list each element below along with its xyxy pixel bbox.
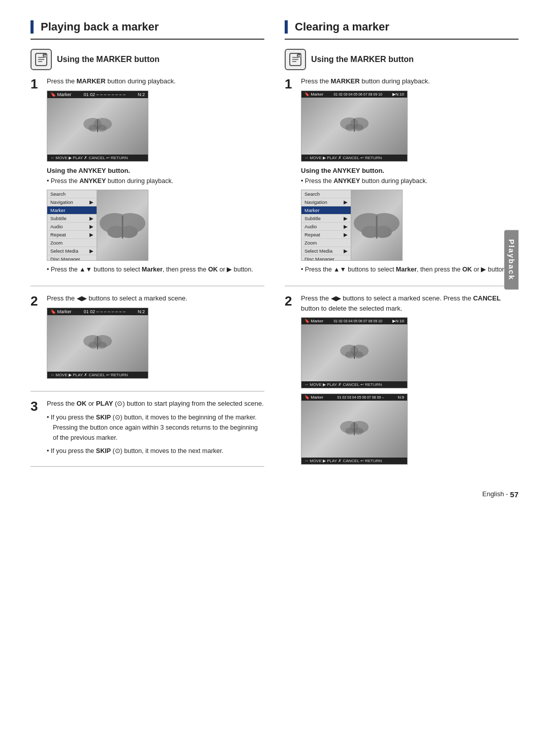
left-step2-number: 2 [30, 294, 42, 308]
right-screen2b-bar-right: N:9 [398, 395, 404, 400]
left-step3-number: 3 [30, 400, 42, 413]
left-menu-repeat: Repeat ▶ [47, 231, 97, 239]
left-step1-content: Press the MARKER button during playback.… [47, 76, 264, 279]
right-subsection-header: m Using the MARKER button [285, 49, 518, 70]
right-menu-audio: Audio ▶ [301, 223, 351, 231]
right-marker-icon: m [285, 49, 306, 70]
left-title-text: Playing back a marker [41, 20, 159, 34]
right-step2-number: 2 [285, 294, 296, 308]
left-screen1-bar-mid: 01 02 – – – – – – – – [83, 92, 126, 97]
right-screen1-bar: 🔖 Marker 01 02 03 04 05 06 07 08 09 10 ▶… [301, 91, 407, 98]
left-screen1-bar-left: 🔖 Marker [50, 92, 72, 97]
left-menu-panel: Search Navigation ▶ Marker Subtitle ▶ Au… [47, 190, 97, 260]
right-menu-selectmedia: Select Media ▶ [301, 247, 351, 255]
left-step1-number: 1 [30, 77, 42, 90]
right-screen2b-bar: 🔖 Marker 01 02 03 04 05 06 07 08 09 – N:… [301, 394, 407, 401]
blue-bar-right [285, 20, 288, 34]
left-anykey-label: Using the ANYKEY button. [47, 167, 264, 174]
left-menu-marker: Marker [47, 206, 97, 215]
right-press-arrows-text: • Press the ▲▼ buttons to select Marker,… [301, 265, 518, 275]
left-screen2: 🔖 Marker 01 02 – – – – – – – – N:2 [47, 308, 148, 379]
right-screen2b-bottom-text: ↔ MOVE ▶ PLAY ✗ CANCEL ↩ RETURN [304, 459, 382, 463]
right-menu-marker: Marker [301, 206, 351, 215]
left-step3-bullet2: • If you press the SKIP (⊙) button, it m… [47, 446, 264, 456]
left-step1-text: Press the MARKER button during playback. [47, 76, 264, 86]
left-menu-navigation: Navigation ▶ [47, 198, 97, 206]
left-step3-bullet1: • If you press the SKIP (⊙) button, it m… [47, 412, 264, 443]
right-screen1-bar-mid: 01 02 03 04 05 06 07 08 09 10 [333, 93, 382, 96]
left-screen2-bar-left: 🔖 Marker [50, 309, 72, 314]
left-screen1: 🔖 Marker 01 02 – – – – – – – – N:2 [47, 90, 148, 162]
left-screen2-bar: 🔖 Marker 01 02 – – – – – – – – N:2 [47, 308, 148, 315]
left-title-divider [30, 39, 264, 40]
right-menu-right-content [351, 190, 402, 260]
left-screen2-bar-mid: 01 02 – – – – – – – – [83, 309, 126, 314]
right-title-divider [285, 39, 518, 40]
right-screen2a-bottom: ↔ MOVE ▶ PLAY ✗ CANCEL ↩ RETURN [301, 381, 407, 388]
left-screen2-bottom: ↔ MOVE ▶ PLAY ✗ CANCEL ↩ RETURN [47, 372, 148, 378]
right-screen2a-bar-mid: 01 02 03 04 05 06 07 08 09 10 [333, 319, 382, 323]
right-anykey-label: Using the ANYKEY button. [301, 167, 518, 174]
left-screen1-content [47, 98, 148, 155]
left-screen2-content [47, 315, 148, 372]
left-step3-text: Press the OK or PLAY (⊙) button to start… [47, 399, 264, 409]
right-step2: 2 Press the ◀▶ buttons to select a marke… [285, 293, 518, 470]
left-section-title: Playing back a marker [30, 20, 264, 36]
blue-bar-left [30, 20, 34, 34]
left-anykey-bullet: • Press the ANYKEY button during playbac… [47, 176, 264, 186]
right-menu-navigation: Navigation ▶ [301, 198, 351, 206]
right-screen2a-bottom-text: ↔ MOVE ▶ PLAY ✗ CANCEL ↩ RETURN [304, 382, 382, 387]
right-menu-discmanager: Disc Manager [301, 255, 351, 261]
left-column: Playing back a marker m Using the MARKER… [30, 20, 264, 475]
left-press-arrows-text: • Press the ▲▼ buttons to select Marker,… [47, 265, 264, 275]
right-menu-panel: Search Navigation ▶ Marker Subtitle ▶ Au… [301, 190, 351, 260]
side-tab: Playback [504, 230, 518, 289]
right-screen2a-bar-left: 🔖 Marker [304, 319, 323, 323]
right-column: Clearing a marker m Using the MARKER but… [285, 20, 518, 475]
right-screen1: 🔖 Marker 01 02 03 04 05 06 07 08 09 10 ▶… [301, 90, 408, 162]
left-step2: 2 Press the ◀▶ buttons to select a marke… [30, 293, 264, 384]
left-step2-content: Press the ◀▶ buttons to select a marked … [47, 293, 264, 384]
left-menu-right-content [97, 190, 148, 260]
left-divider1 [30, 286, 264, 286]
left-step3-content: Press the OK or PLAY (⊙) button to start… [47, 399, 264, 460]
right-subsection-title: Using the MARKER button [311, 55, 414, 64]
left-menu-subtitle: Subtitle ▶ [47, 215, 97, 223]
right-screen2a: 🔖 Marker 01 02 03 04 05 06 07 08 09 10 ▶… [301, 317, 408, 388]
left-menu-discmanager: Disc Manager [47, 255, 97, 261]
right-screen1-bottom-text: ↔ MOVE ▶ PLAY ✗ CANCEL ↩ RETURN [304, 156, 382, 160]
left-menu-zoom: Zoom [47, 239, 97, 247]
left-marker-icon: m [30, 49, 52, 70]
right-screen2b-bar-mid: 01 02 03 04 05 06 07 08 09 – [338, 396, 384, 399]
left-menu-img: Search Navigation ▶ Marker Subtitle ▶ Au… [47, 190, 148, 261]
right-menu-subtitle: Subtitle ▶ [301, 215, 351, 223]
page-layout: Playing back a marker m Using the MARKER… [30, 20, 518, 475]
right-step1: 1 Press the MARKER button during playbac… [285, 76, 518, 279]
right-screen2a-content [301, 324, 407, 381]
right-step2-content: Press the ◀▶ buttons to select a marked … [301, 293, 518, 470]
right-menu-repeat: Repeat ▶ [301, 231, 351, 239]
svg-text:m: m [44, 54, 47, 57]
left-screen1-bottom-text: ↔ MOVE ▶ PLAY ✗ CANCEL ↩ RETURN [50, 156, 128, 160]
left-screen2-bar-right: N:2 [138, 309, 145, 314]
right-anykey-bullet: • Press the ANYKEY button during playbac… [301, 176, 518, 186]
left-subsection-header: m Using the MARKER button [30, 49, 264, 70]
left-divider2 [30, 391, 264, 391]
right-divider1 [285, 286, 518, 286]
right-screen1-content [301, 98, 407, 155]
right-screen2b-content [301, 401, 407, 458]
page-number-row: English - 57 [30, 490, 518, 499]
left-step3: 3 Press the OK or PLAY (⊙) button to sta… [30, 399, 264, 460]
svg-text:m: m [298, 54, 301, 57]
right-screen1-bar-left: 🔖 Marker [304, 92, 323, 97]
left-screen1-bottom: ↔ MOVE ▶ PLAY ✗ CANCEL ↩ RETURN [47, 155, 148, 161]
right-menu-search: Search [301, 190, 351, 198]
right-step1-content: Press the MARKER button during playback.… [301, 76, 518, 279]
right-screen2b-bottom: ↔ MOVE ▶ PLAY ✗ CANCEL ↩ RETURN [301, 458, 407, 464]
right-screen2b: 🔖 Marker 01 02 03 04 05 06 07 08 09 – N:… [301, 394, 408, 465]
right-screen2a-bar-right: ▶N:10 [392, 319, 404, 323]
left-menu-search: Search [47, 190, 97, 198]
right-screen1-bar-right: ▶N:10 [392, 92, 404, 97]
page-number-label: English - [482, 490, 508, 499]
page-number-value: 57 [510, 490, 518, 499]
